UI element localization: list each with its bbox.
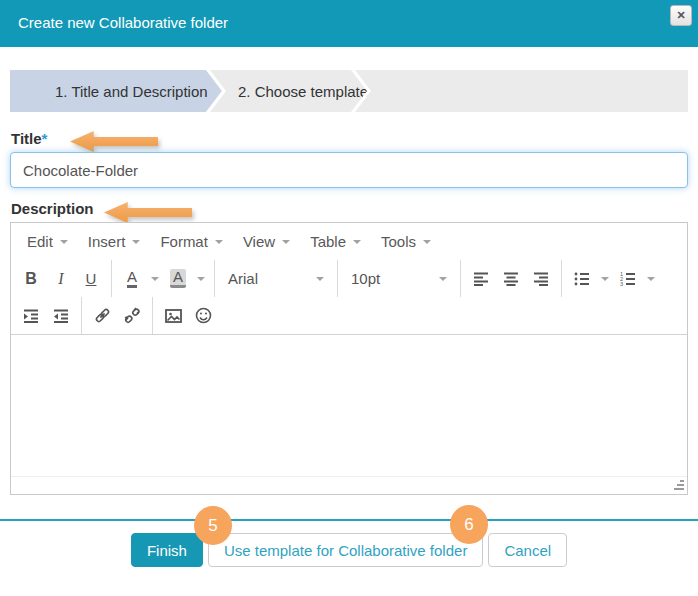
align-right-button[interactable] <box>526 264 556 294</box>
close-icon: ✕ <box>676 10 685 21</box>
font-size-group: 10pt <box>338 260 461 297</box>
insert-emoticon-button[interactable] <box>188 301 218 331</box>
color-group: A A <box>112 260 215 297</box>
indent-button[interactable] <box>16 301 46 331</box>
menu-table[interactable]: Table <box>300 228 371 256</box>
chevron-down-icon <box>132 240 140 244</box>
numbered-list-icon: 123 <box>620 271 636 287</box>
chevron-down-icon <box>151 277 159 281</box>
chevron-down-icon <box>353 240 361 244</box>
menu-tools[interactable]: Tools <box>371 228 441 256</box>
editor-toolbar-row-2 <box>11 297 687 334</box>
insert-image-button[interactable] <box>158 301 188 331</box>
resize-handle-icon[interactable] <box>670 478 685 492</box>
annotation-arrow-title <box>70 131 158 152</box>
font-size-select[interactable]: 10pt <box>343 264 455 294</box>
menu-insert[interactable]: Insert <box>78 228 151 256</box>
wizard-step-choose-template[interactable]: 2. Choose template <box>238 70 368 112</box>
text-color-icon: A <box>127 269 137 288</box>
bullet-list-icon <box>574 271 590 287</box>
footer-divider <box>0 519 698 521</box>
wizard-step-label: 2. Choose template <box>238 83 368 100</box>
footer-buttons: Finish Use template for Collaborative fo… <box>0 533 698 567</box>
emoticon-icon <box>195 307 212 324</box>
text-color-dropdown[interactable] <box>147 264 163 294</box>
annotation-badge-5: 5 <box>194 506 232 545</box>
editor-statusbar <box>11 476 687 494</box>
bullet-list-dropdown[interactable] <box>597 264 613 294</box>
align-right-icon <box>533 271 549 287</box>
remove-link-button[interactable] <box>117 301 147 331</box>
cancel-button[interactable]: Cancel <box>488 533 567 567</box>
bullet-list-button[interactable] <box>567 264 597 294</box>
italic-button[interactable]: I <box>46 264 76 294</box>
align-left-button[interactable] <box>466 264 496 294</box>
editor-menubar: Edit Insert Format View Table Tools <box>11 223 687 260</box>
chevron-down-icon <box>316 277 324 281</box>
align-center-icon <box>503 271 519 287</box>
dialog-title: Create new Collaborative folder <box>18 14 228 31</box>
chevron-down-icon <box>197 277 205 281</box>
underline-icon: U <box>86 270 97 287</box>
indent-icon <box>23 308 39 324</box>
alignment-group <box>461 260 562 297</box>
outdent-icon <box>53 308 69 324</box>
italic-icon: I <box>58 270 63 288</box>
chevron-down-icon <box>60 240 68 244</box>
description-field-label: Description <box>11 200 94 217</box>
outdent-button[interactable] <box>46 301 76 331</box>
text-style-group: B I U <box>11 260 112 297</box>
image-icon <box>165 308 182 324</box>
background-color-button[interactable]: A <box>163 264 193 294</box>
numbered-list-dropdown[interactable] <box>643 264 659 294</box>
required-asterisk: * <box>42 130 48 147</box>
numbered-list-button[interactable]: 123 <box>613 264 643 294</box>
dialog-header: Create new Collaborative folder ✕ <box>0 0 698 47</box>
title-input[interactable] <box>10 152 688 188</box>
wizard-steps: 1. Title and Description 2. Choose templ… <box>10 70 688 112</box>
description-editor: Edit Insert Format View Table Tools B I … <box>10 222 688 495</box>
chevron-down-icon <box>423 240 431 244</box>
annotation-arrow-description <box>104 202 192 223</box>
align-left-icon <box>473 271 489 287</box>
font-family-group: Arial <box>215 260 338 297</box>
finish-button[interactable]: Finish <box>131 533 203 567</box>
unlink-icon <box>124 307 141 324</box>
chevron-down-icon <box>601 277 609 281</box>
media-group <box>153 297 223 334</box>
chevron-down-icon <box>647 277 655 281</box>
font-family-select[interactable]: Arial <box>220 264 332 294</box>
wizard-step-title-description[interactable]: 1. Title and Description <box>10 70 222 112</box>
editor-content[interactable] <box>11 334 687 476</box>
menu-view[interactable]: View <box>233 228 300 256</box>
editor-toolbar-row-1: B I U A A Arial 10pt <box>11 260 687 297</box>
bold-button[interactable]: B <box>16 264 46 294</box>
menu-format[interactable]: Format <box>150 228 233 256</box>
text-color-button[interactable]: A <box>117 264 147 294</box>
underline-button[interactable]: U <box>76 264 106 294</box>
link-icon <box>94 307 111 324</box>
annotation-badge-6: 6 <box>450 505 488 544</box>
close-button[interactable]: ✕ <box>670 5 692 26</box>
chevron-down-icon <box>439 277 447 281</box>
title-field-label: Title* <box>11 130 47 147</box>
left-arrow-icon <box>70 131 158 152</box>
use-template-button[interactable]: Use template for Collaborative folder <box>208 533 483 567</box>
menu-edit[interactable]: Edit <box>17 228 78 256</box>
left-arrow-icon <box>104 202 192 223</box>
chevron-down-icon <box>282 240 290 244</box>
svg-text:3: 3 <box>620 281 623 287</box>
chevron-down-icon <box>215 240 223 244</box>
bold-icon: B <box>25 270 37 288</box>
list-group: 123 <box>562 260 664 297</box>
background-color-icon: A <box>170 269 186 288</box>
align-center-button[interactable] <box>496 264 526 294</box>
wizard-step-label: 1. Title and Description <box>55 83 208 100</box>
insert-link-button[interactable] <box>87 301 117 331</box>
background-color-dropdown[interactable] <box>193 264 209 294</box>
indent-group <box>11 297 82 334</box>
link-group <box>82 297 153 334</box>
